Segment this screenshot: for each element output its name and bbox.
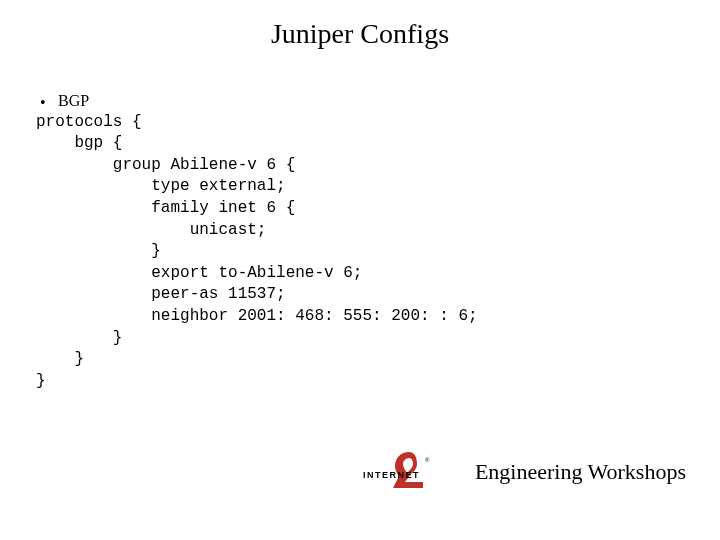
- slide: Juniper Configs • BGP protocols { bgp { …: [0, 0, 720, 540]
- internet2-logo: INTERNET ®: [363, 448, 463, 496]
- svg-text:INTERNET: INTERNET: [363, 470, 420, 480]
- slide-footer: INTERNET ® Engineering Workshops: [363, 448, 686, 496]
- config-code-block: protocols { bgp { group Abilene-v 6 { ty…: [36, 112, 684, 393]
- slide-body: • BGP protocols { bgp { group Abilene-v …: [36, 90, 684, 392]
- bullet-text: BGP: [58, 92, 89, 109]
- footer-text: Engineering Workshops: [475, 459, 686, 485]
- bullet-item: • BGP: [36, 90, 684, 112]
- slide-title: Juniper Configs: [0, 18, 720, 50]
- bullet-dot-icon: •: [40, 92, 46, 114]
- svg-text:®: ®: [425, 457, 430, 463]
